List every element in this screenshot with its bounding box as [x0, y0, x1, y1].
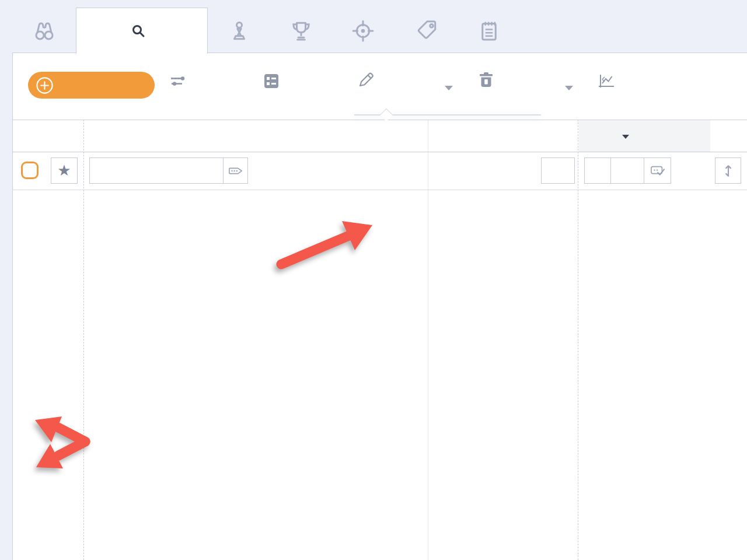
select-all-checkbox[interactable] — [21, 162, 39, 179]
rank-operator-button[interactable] — [584, 158, 611, 184]
column-separator — [83, 120, 84, 560]
tab-keywords[interactable] — [76, 8, 208, 54]
delete-selected-button[interactable] — [477, 71, 502, 89]
report-icon — [263, 72, 280, 90]
pencil-icon — [357, 71, 375, 89]
pawn-icon[interactable] — [228, 19, 251, 43]
tag-icon[interactable] — [416, 19, 439, 43]
trophy-icon[interactable] — [289, 19, 313, 43]
compare-chart-icon — [598, 72, 615, 90]
binoculars-icon[interactable] — [33, 19, 56, 43]
download-report-button[interactable] — [263, 72, 288, 90]
target-icon[interactable] — [351, 19, 375, 43]
location-filter-input[interactable] — [541, 158, 575, 184]
notes-clipboard-icon[interactable] — [477, 19, 501, 43]
header-top-border — [12, 120, 747, 120]
trash-icon — [477, 71, 495, 89]
star-filter-button[interactable]: ★ — [51, 158, 78, 184]
header-bottom-border — [12, 152, 747, 152]
rank-bubble-check-button[interactable] — [644, 158, 671, 184]
edit-selected-button[interactable] — [357, 71, 382, 89]
search-icon — [131, 24, 145, 38]
keyword-tag-filter-button[interactable] — [223, 158, 248, 184]
compare-selected-button[interactable] — [598, 72, 623, 90]
keyword-rank-tracker-app: ★ — [0, 0, 747, 560]
keyword-filter-input[interactable] — [89, 158, 224, 184]
up-down-arrows-icon — [721, 163, 736, 178]
bubble-check-icon — [650, 163, 665, 178]
rank-sort-caret-icon[interactable] — [622, 135, 629, 139]
tag-dots-icon — [228, 163, 243, 178]
delete-chevron-down-icon[interactable] — [565, 86, 573, 90]
rank-header-highlight — [579, 120, 710, 152]
sliders-icon — [169, 72, 187, 90]
edit-chevron-down-icon[interactable] — [445, 86, 453, 90]
rank-value-input[interactable] — [610, 158, 644, 184]
add-keywords-button[interactable] — [28, 72, 155, 99]
filter-bottom-border — [12, 190, 747, 190]
column-separator — [428, 120, 428, 560]
change-sort-filter-button[interactable] — [715, 158, 741, 184]
table-settings-button[interactable] — [169, 72, 194, 90]
plus-circle-icon — [36, 76, 54, 94]
column-separator — [578, 120, 578, 560]
